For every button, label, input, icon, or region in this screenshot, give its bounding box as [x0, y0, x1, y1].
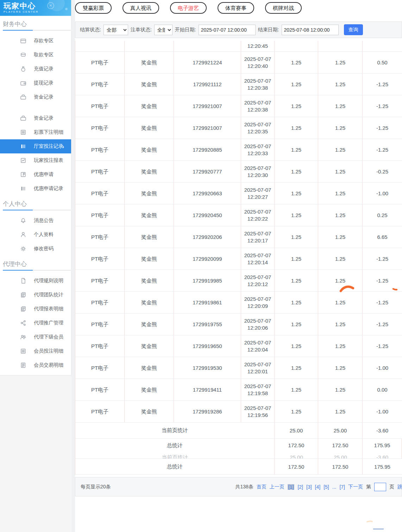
page-link-5[interactable]: [5]: [324, 484, 329, 490]
render-artifact-ghost-row: 当前页统计 25.00 25.00 -3.60: [75, 454, 402, 459]
section-title-personal: 个人中心: [0, 196, 71, 210]
end-date-label: 结束日期:: [258, 27, 279, 33]
settle-status-label: 结算状态:: [80, 27, 101, 33]
bet-amount-cell: 1.25: [275, 117, 318, 139]
profit-cell: -1.25: [363, 139, 402, 160]
order-status-select[interactable]: 全部: [154, 25, 172, 35]
sidebar-item-lottery-bet-detail[interactable]: 彩票下注明细: [0, 125, 71, 139]
order-id-cell: 1729919755: [174, 314, 241, 335]
first-page-link[interactable]: 首页: [257, 484, 266, 490]
hall-cell: PT电子: [75, 248, 125, 270]
table-row: PT电子 奖金熊 1729919530 2025-07-0712:20:01 1…: [75, 357, 402, 379]
sidebar-item-change-password[interactable]: 修改密码: [0, 242, 71, 256]
sidebar-item-fund-records-1[interactable]: 资金记录: [0, 90, 71, 104]
section-title-agent: 代理中心: [0, 256, 71, 271]
chart-icon: [20, 157, 26, 164]
valid-amount-cell: 1.25: [318, 204, 363, 226]
valid-amount-cell: 1.25: [318, 52, 363, 73]
tab-live-video[interactable]: 真人视讯: [123, 2, 159, 14]
valid-amount-cell: 1.25: [318, 292, 363, 313]
tab-board-games[interactable]: 棋牌对战: [265, 2, 302, 14]
page-link-3[interactable]: [3]: [306, 484, 312, 490]
sidebar-item-withdraw-records[interactable]: 提现记录: [0, 76, 71, 90]
start-date-input[interactable]: [199, 25, 256, 35]
table-row: PT电子 奖金熊 1729920885 2025-07-0712:20:33 1…: [75, 139, 402, 161]
sidebar-item-agent-team-stats[interactable]: 代理团队统计: [0, 288, 71, 302]
tab-sports[interactable]: 体育赛事: [218, 2, 254, 14]
bet-amount-cell: 1.25: [275, 226, 318, 248]
sidebar-item-agent-rules[interactable]: 代理规则说明: [0, 274, 71, 288]
sidebar-item-announcements[interactable]: 消息公告: [0, 214, 71, 228]
share-icon: [20, 320, 26, 326]
table-rows: PT电子 奖金熊 1729921224 2025-07-0712:20:40 1…: [75, 52, 402, 423]
hall-cell: PT电子: [75, 270, 125, 291]
datetime-cell: 2025-07-0712:20:27: [241, 183, 275, 204]
sidebar-item-recharge-records[interactable]: 充值记录: [0, 62, 71, 76]
settle-status-select[interactable]: 全部: [103, 25, 128, 35]
tab-electronic-games[interactable]: 电子游艺: [170, 2, 207, 14]
section-underline: [3, 210, 71, 210]
page-link-7[interactable]: [7]: [339, 484, 345, 490]
valid-amount-cell: 1.25: [318, 335, 363, 357]
sidebar-item-agent-sub-members[interactable]: 代理下级会员: [0, 330, 71, 344]
sidebar-item-hall-bet-records[interactable]: 厅室投注记录 ›: [0, 139, 71, 153]
jump-page-input[interactable]: [374, 483, 386, 491]
valid-amount-cell: 1.25: [318, 401, 363, 422]
prev-page-link[interactable]: 上一页: [270, 484, 284, 490]
order-id-cell: 1729921112: [174, 74, 241, 95]
game-cell: 奖金熊: [125, 379, 174, 400]
game-cell: 奖金熊: [125, 248, 174, 270]
document-lines-icon: [20, 348, 26, 354]
game-cell: 奖金熊: [125, 357, 174, 379]
bet-amount-cell: 1.25: [275, 335, 318, 357]
document-grid-icon: [20, 362, 26, 368]
hall-cell: PT电子: [75, 379, 125, 400]
valid-amount-cell: 1.25: [318, 226, 363, 248]
document-lines-icon: [20, 129, 26, 135]
table-row: PT电子 奖金熊 1729919650 2025-07-0712:20:04 1…: [75, 335, 402, 357]
tab-lottery[interactable]: 雙赢彩票: [75, 2, 112, 14]
section-underline: [3, 270, 71, 271]
page-link-1[interactable]: [1]: [288, 484, 295, 490]
sidebar-item-member-transaction-detail[interactable]: 会员交易明细: [0, 358, 71, 372]
game-cell: 奖金熊: [125, 52, 174, 73]
jump-label-post: 页: [389, 484, 394, 490]
order-id-cell: 1729919530: [174, 357, 241, 379]
bet-amount-cell: 1.25: [275, 401, 318, 422]
jump-label-pre: 第: [366, 484, 371, 490]
sidebar-item-promo-apply[interactable]: 优惠申请: [0, 167, 71, 182]
sidebar-item-deposit[interactable]: 存款专区: [0, 34, 71, 48]
page-link-2[interactable]: [2]: [297, 484, 303, 490]
end-date-input[interactable]: [282, 25, 339, 35]
profit-cell: -1.25: [363, 270, 402, 291]
profit-cell: -1.25: [363, 95, 402, 117]
sidebar-item-profile[interactable]: 个人资料: [0, 228, 71, 242]
bank-card-icon: [20, 38, 26, 44]
profit-cell: -1.25: [363, 74, 402, 95]
page-link-4[interactable]: [4]: [315, 484, 321, 490]
profit-cell: -1.00: [363, 183, 402, 204]
query-button[interactable]: 查询: [344, 24, 363, 35]
purse-icon: [20, 94, 26, 100]
valid-amount-cell: 1.25: [318, 379, 363, 400]
per-page-info: 每页显示20条: [81, 484, 111, 490]
next-page-link[interactable]: 下一页: [348, 484, 363, 490]
sidebar-item-promo-apply-records[interactable]: 优惠申请记录: [0, 182, 71, 196]
sidebar-item-member-bet-detail[interactable]: 会员投注明细: [0, 344, 71, 358]
user-icon: [20, 232, 26, 238]
sidebar-item-withdraw[interactable]: 取款专区: [0, 48, 71, 62]
game-cell: 奖金熊: [125, 314, 174, 335]
wallet-icon: [20, 80, 26, 86]
hall-cell: PT电子: [75, 183, 125, 204]
profit-cell: -1.25: [363, 292, 402, 313]
game-cell: 奖金熊: [125, 161, 174, 182]
sidebar-item-fund-records-2[interactable]: 资金记录: [0, 111, 71, 125]
jump-go-link[interactable]: 跳转: [397, 484, 402, 490]
game-cell: 奖金熊: [125, 139, 174, 160]
table-row: PT电子 奖金熊 1729921007 2025-07-0712:20:35 1…: [75, 117, 402, 139]
sidebar-item-player-bet-report[interactable]: 玩家投注报表: [0, 153, 71, 167]
datetime-cell: 2025-07-0712:19:56: [241, 401, 275, 422]
sidebar-item-agent-promotion[interactable]: 代理推广管理: [0, 316, 71, 330]
sidebar-item-agent-report-detail[interactable]: 代理报表明细: [0, 302, 71, 316]
gear-icon: [20, 246, 26, 252]
